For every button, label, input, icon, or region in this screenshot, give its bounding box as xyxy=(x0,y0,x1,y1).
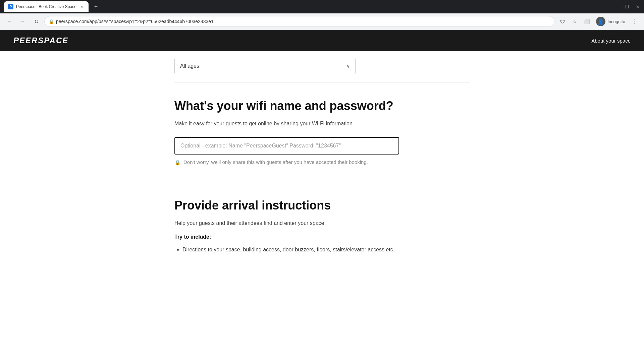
chevron-down-icon: ∨ xyxy=(346,63,350,69)
arrival-description: Help your guests and their attendees fin… xyxy=(174,219,470,227)
window-controls: ─ ❐ ✕ xyxy=(615,4,640,9)
lock-icon: 🔒 xyxy=(174,160,181,166)
tab-close-button[interactable]: × xyxy=(79,4,85,9)
shield-icon[interactable]: 🛡 xyxy=(557,16,568,27)
wifi-heading: What's your wifi name and password? xyxy=(174,99,470,113)
arrival-heading: Provide arrival instructions xyxy=(174,198,470,213)
arrival-list: Directions to your space, building acces… xyxy=(174,245,470,254)
back-button[interactable]: ← xyxy=(4,16,15,27)
restore-button[interactable]: ❐ xyxy=(625,4,629,9)
incognito-icon: 👤 xyxy=(596,17,605,26)
ages-section: All ages ∨ xyxy=(174,51,470,82)
wifi-input[interactable] xyxy=(174,137,399,155)
privacy-note-text: Don't worry, we'll only share this with … xyxy=(183,159,368,165)
close-button[interactable]: ✕ xyxy=(636,4,640,9)
wifi-description: Make it easy for your guests to get onli… xyxy=(174,120,470,128)
privacy-note: 🔒 Don't worry, we'll only share this wit… xyxy=(174,159,470,166)
extensions-icon[interactable]: ⬜ xyxy=(581,16,592,27)
main-content: All ages ∨ What's your wifi name and pas… xyxy=(161,51,483,267)
bookmark-icon[interactable]: ☆ xyxy=(569,16,580,27)
new-tab-button[interactable]: + xyxy=(91,2,101,11)
menu-button[interactable]: ⋮ xyxy=(629,16,640,27)
browser-tab[interactable]: P Peerspace | Book Creative Space × xyxy=(4,1,89,12)
refresh-button[interactable]: ↻ xyxy=(31,16,42,27)
site-header: PEERSPACE About your space xyxy=(0,30,644,51)
ages-dropdown[interactable]: All ages ∨ xyxy=(174,58,356,74)
address-bar[interactable]: 🔒 peerspace.com/app/ps#s=spaces&p1=2&p2=… xyxy=(44,16,554,27)
browser-titlebar: P Peerspace | Book Creative Space × + ─ … xyxy=(0,0,644,13)
incognito-label: Incognito xyxy=(607,19,625,24)
incognito-badge[interactable]: 👤 Incognito xyxy=(593,15,628,27)
about-space-link[interactable]: About your space xyxy=(591,38,631,44)
try-to-include-label: Try to include: xyxy=(174,234,470,240)
minimize-button[interactable]: ─ xyxy=(615,4,618,9)
tab-title: Peerspace | Book Creative Space xyxy=(16,4,76,9)
ages-dropdown-value: All ages xyxy=(180,63,199,69)
toolbar-right: 🛡 ☆ ⬜ 👤 Incognito ⋮ xyxy=(557,15,640,27)
forward-button[interactable]: → xyxy=(17,16,28,27)
browser-chrome: P Peerspace | Book Creative Space × + ─ … xyxy=(0,0,644,30)
site-logo[interactable]: PEERSPACE xyxy=(13,36,68,45)
url-text: peerspace.com/app/ps#s=spaces&p1=2&p2=65… xyxy=(56,19,550,24)
tab-favicon: P xyxy=(8,4,13,9)
wifi-section: What's your wifi name and password? Make… xyxy=(174,82,470,179)
arrival-section: Provide arrival instructions Help your g… xyxy=(174,179,470,267)
list-item: Directions to your space, building acces… xyxy=(182,245,470,254)
security-lock-icon: 🔒 xyxy=(49,19,54,24)
browser-toolbar: ← → ↻ 🔒 peerspace.com/app/ps#s=spaces&p1… xyxy=(0,13,644,29)
